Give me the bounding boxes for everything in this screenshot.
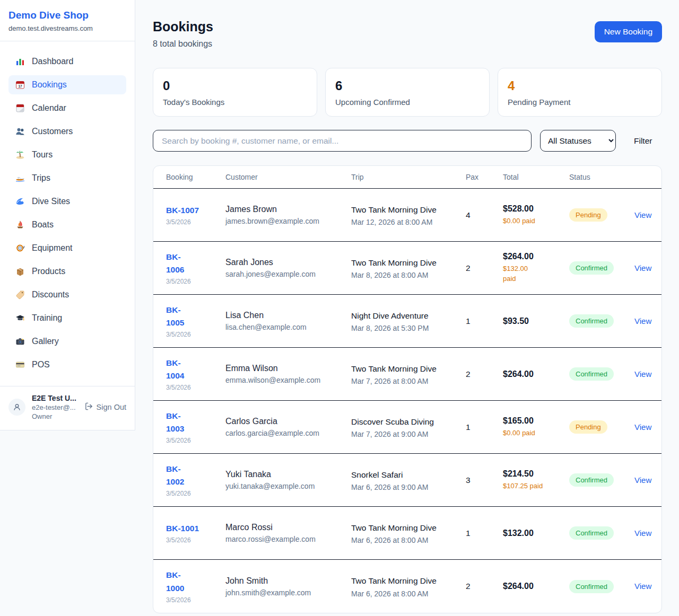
total-amount: $214.50 [503,469,562,479]
actions-cell: View [634,529,659,538]
sign-out-label: Sign Out [97,403,126,411]
total-amount: $528.00 [503,204,562,214]
sidebar-item-dive-sites[interactable]: Dive Sites [8,192,126,211]
status-badge: Confirmed [569,261,614,275]
booking-id-link[interactable]: BK- 1005 [166,304,184,329]
booking-id-link[interactable]: BK- 1002 [166,463,184,488]
sidebar-item-calendar[interactable]: Calendar [8,99,126,118]
stat-label: Upcoming Confirmed [335,98,480,107]
status-cell: Confirmed [569,261,634,275]
view-link[interactable]: View [634,423,651,432]
trip-datetime: Mar 6, 2026 at 8:00 AM [351,536,458,544]
sidebar-nav: Dashboard 17 Bookings Calendar Customers… [0,41,135,386]
view-link[interactable]: View [634,369,651,379]
view-link[interactable]: View [634,316,651,325]
sidebar-item-customers[interactable]: Customers [8,122,126,141]
total-amount: $264.00 [503,582,562,591]
customer-email: yuki.tanaka@example.com [225,482,344,490]
trip-datetime: Mar 6, 2026 at 9:00 AM [351,483,458,491]
status-cell: Confirmed [569,526,634,540]
booking-id-link[interactable]: BK-1007 [166,204,199,217]
booking-date: 3/5/2026 [166,384,218,391]
booking-id-link[interactable]: BK- 1000 [166,569,184,594]
trip-name: Two Tank Morning Dive [351,522,458,534]
view-link[interactable]: View [634,263,651,272]
stats-row: 0 Today's Bookings 6 Upcoming Confirmed … [153,68,662,117]
trip-cell: Night Dive Adventure Mar 8, 2026 at 5:30… [351,310,466,332]
sidebar-item-label: Products [32,267,65,276]
main-content: Bookings 8 total bookings New Booking 0 … [135,0,679,616]
booking-date: 3/5/2026 [166,490,218,497]
customer-name: Emma Wilson [225,364,344,373]
trip-cell: Discover Scuba Diving Mar 7, 2026 at 9:0… [351,416,466,438]
pax-cell: 4 [466,210,503,220]
booking-cell: BK- 1006 3/5/2026 [166,251,225,285]
sidebar-item-discounts[interactable]: Discounts [8,285,126,304]
column-header-trip: Trip [351,173,466,181]
user-avatar-icon [8,399,25,416]
actions-cell: View [634,263,659,273]
paid-amount: $107.25 paid [503,481,562,491]
sidebar-item-products[interactable]: Products [8,262,126,281]
actions-cell: View [634,582,659,591]
sidebar-item-equipment[interactable]: Equipment [8,239,126,258]
view-link[interactable]: View [634,476,651,485]
sidebar-item-gallery[interactable]: Gallery [8,332,126,351]
trip-datetime: Mar 6, 2026 at 8:00 AM [351,589,458,598]
sidebar-item-boats[interactable]: Boats [8,215,126,234]
sidebar-item-label: Trips [32,173,50,183]
package-box-icon [15,267,25,276]
table-row: BK- 1000 3/5/2026 John Smith john.smith@… [153,560,661,613]
customer-email: marco.rossi@example.com [225,535,344,543]
tearoff-calendar-icon [15,103,25,113]
total-cell: $264.00 [503,369,569,379]
filter-button[interactable]: Filter [624,136,661,146]
trip-name: Night Dive Adventure [351,310,458,322]
sidebar-item-dashboard[interactable]: Dashboard [8,52,126,71]
new-booking-button[interactable]: New Booking [595,21,662,42]
customer-cell: Lisa Chen lisa.chen@example.com [225,311,351,331]
paid-amount: $0.00 paid [503,216,562,226]
view-link[interactable]: View [634,582,651,591]
view-link[interactable]: View [634,210,651,219]
sidebar-item-label: Customers [32,127,73,136]
sidebar-item-tours[interactable]: Tours [8,145,126,164]
booking-id-link[interactable]: BK- 1003 [166,410,184,435]
trip-datetime: Mar 7, 2026 at 9:00 AM [351,430,458,438]
page-title: Bookings [153,19,213,34]
total-amount: $264.00 [503,369,562,379]
status-cell: Confirmed [569,367,634,381]
booking-date: 3/5/2026 [166,218,218,226]
status-badge: Confirmed [569,367,614,381]
customer-name: Lisa Chen [225,311,344,320]
booking-cell: BK- 1005 3/5/2026 [166,304,225,338]
sidebar-item-bookings[interactable]: 17 Bookings [8,75,126,94]
total-cell: $264.00 $132.00 paid [503,252,569,284]
pax-cell: 2 [466,263,503,273]
stat-card-todays-bookings: 0 Today's Bookings [153,68,317,117]
actions-cell: View [634,476,659,485]
table-body: BK-1007 3/5/2026 James Brown james.brown… [153,189,661,613]
sidebar-item-training[interactable]: Training [8,309,126,328]
status-filter-select[interactable]: All Statuses [540,130,616,152]
booking-id-link[interactable]: BK-1001 [166,522,199,535]
booking-date: 3/5/2026 [166,278,218,285]
sidebar-item-label: Training [32,313,62,323]
customer-cell: Sarah Jones sarah.jones@example.com [225,258,351,278]
paid-amount: $0.00 paid [503,428,562,438]
customer-cell: Marco Rossi marco.rossi@example.com [225,523,351,543]
sidebar-item-trips[interactable]: Trips [8,169,126,188]
column-header-total: Total [503,173,569,181]
table-row: BK- 1003 3/5/2026 Carlos Garcia carlos.g… [153,401,661,454]
search-input[interactable] [153,130,532,152]
trip-cell: Two Tank Morning Dive Mar 6, 2026 at 8:0… [351,575,466,597]
total-cell: $165.00 $0.00 paid [503,416,569,438]
booking-id-link[interactable]: BK- 1006 [166,251,184,276]
trip-cell: Two Tank Morning Dive Mar 8, 2026 at 8:0… [351,257,466,279]
sign-out-button[interactable]: Sign Out [84,402,126,412]
sidebar: Demo Dive Shop demo.test.divestreams.com… [0,0,135,430]
view-link[interactable]: View [634,529,651,538]
booking-id-link[interactable]: BK- 1004 [166,357,184,382]
sidebar-item-pos[interactable]: POS [8,355,126,374]
total-cell: $93.50 [503,316,569,326]
